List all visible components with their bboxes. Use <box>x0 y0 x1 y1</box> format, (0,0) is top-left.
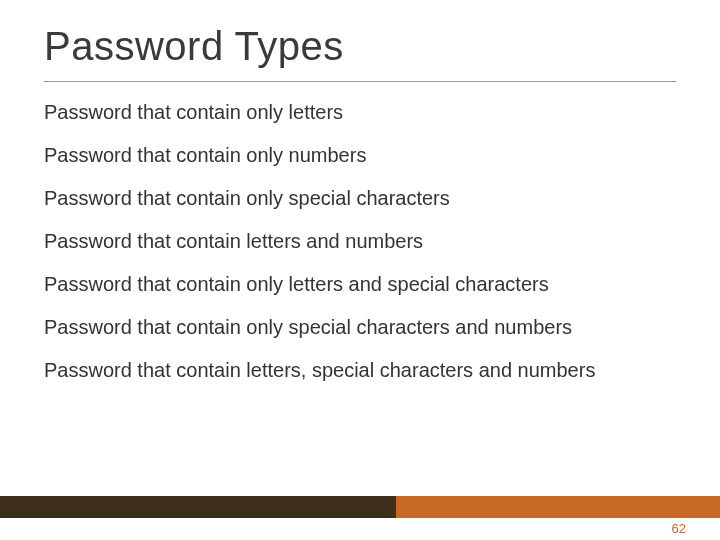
footer-bar <box>0 496 720 518</box>
list-item: Password that contain only special chara… <box>44 186 676 211</box>
footer-bar-orange <box>396 496 720 518</box>
list-item: Password that contain letters and number… <box>44 229 676 254</box>
slide: Password Types Password that contain onl… <box>0 0 720 540</box>
list-item: Password that contain only letters and s… <box>44 272 676 297</box>
slide-title: Password Types <box>44 24 676 69</box>
page-number: 62 <box>672 521 686 536</box>
list-item: Password that contain letters, special c… <box>44 358 676 383</box>
list-item: Password that contain only special chara… <box>44 315 676 340</box>
list-item: Password that contain only numbers <box>44 143 676 168</box>
bullet-list: Password that contain only letters Passw… <box>44 100 676 383</box>
title-divider <box>44 81 676 82</box>
list-item: Password that contain only letters <box>44 100 676 125</box>
footer-bar-dark <box>0 496 396 518</box>
